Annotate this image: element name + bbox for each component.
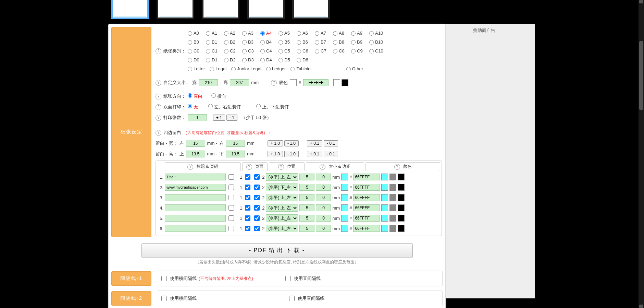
radio-D6[interactable] bbox=[297, 58, 301, 62]
radio-B4[interactable] bbox=[260, 40, 265, 45]
help-icon[interactable]: ? bbox=[156, 104, 161, 110]
radio-Tabloid[interactable] bbox=[290, 67, 295, 71]
radio-duplex-lr[interactable] bbox=[208, 104, 213, 108]
radio-A2[interactable] bbox=[224, 31, 228, 36]
input-bg-hex[interactable] bbox=[303, 79, 329, 86]
radio-A1[interactable] bbox=[206, 31, 210, 36]
chk-title-extra[interactable] bbox=[228, 215, 234, 221]
template-thumb[interactable] bbox=[292, 0, 330, 19]
swatch-preset-cyan[interactable] bbox=[381, 194, 388, 201]
input-size[interactable] bbox=[299, 215, 314, 222]
radio-D2[interactable] bbox=[224, 58, 228, 62]
radio-B3[interactable] bbox=[242, 40, 247, 45]
chk-page1[interactable] bbox=[245, 195, 250, 200]
scroll-up-icon[interactable] bbox=[639, 0, 643, 3]
swatch-preset-cyan[interactable] bbox=[381, 184, 388, 191]
swatch-preset-black[interactable] bbox=[398, 215, 405, 222]
swatch-preset-black[interactable] bbox=[398, 194, 405, 201]
swatch-bg[interactable] bbox=[290, 79, 297, 86]
swatch-color[interactable] bbox=[341, 225, 348, 232]
radio-other[interactable] bbox=[346, 67, 351, 71]
help-icon[interactable]: ? bbox=[320, 164, 325, 170]
radio-D5[interactable] bbox=[278, 58, 283, 62]
btn-copies-minus[interactable]: - 1 bbox=[226, 115, 237, 121]
input-size[interactable] bbox=[299, 204, 314, 211]
input-margin-top[interactable] bbox=[186, 151, 205, 157]
btn-copies-plus[interactable]: + 1 bbox=[213, 115, 225, 121]
chk-page1[interactable] bbox=[245, 215, 250, 221]
input-offset[interactable] bbox=[316, 225, 331, 232]
input-color-hex[interactable] bbox=[353, 184, 380, 191]
chk-page2[interactable] bbox=[254, 185, 260, 190]
select-position[interactable]: (水平) 上_左 bbox=[266, 214, 298, 222]
radio-C3[interactable] bbox=[242, 49, 247, 54]
radio-C6[interactable] bbox=[297, 49, 301, 54]
download-pdf-button[interactable]: - PDF 输 出 下 载 - bbox=[141, 243, 413, 258]
input-color-hex[interactable] bbox=[353, 194, 380, 201]
swatch-color[interactable] bbox=[341, 215, 348, 222]
radio-B8[interactable] bbox=[333, 40, 337, 45]
input-margin-right[interactable] bbox=[226, 140, 245, 147]
radio-C1[interactable] bbox=[206, 49, 210, 54]
input-title[interactable] bbox=[165, 194, 226, 201]
swatch-preset-gray[interactable] bbox=[389, 174, 396, 180]
tab-separator-2[interactable]: 间隔线-2 bbox=[111, 291, 151, 306]
swatch-preset-cyan[interactable] bbox=[381, 215, 388, 222]
btn-mh-m01[interactable]: - 0.1 bbox=[324, 151, 338, 157]
page-scrollbar[interactable] bbox=[639, 0, 644, 308]
swatch-preset-gray[interactable] bbox=[389, 184, 396, 191]
scroll-down-icon[interactable] bbox=[639, 305, 643, 308]
swatch-preset-cyan[interactable] bbox=[381, 174, 388, 180]
swatch-color[interactable] bbox=[341, 194, 348, 201]
swatch-preset-gray[interactable] bbox=[389, 225, 396, 232]
radio-portrait[interactable] bbox=[188, 93, 192, 98]
swatch-preset-gray[interactable] bbox=[389, 215, 396, 222]
radio-duplex-tb[interactable] bbox=[256, 104, 261, 108]
radio-D4[interactable] bbox=[260, 58, 265, 62]
chk-page2[interactable] bbox=[254, 226, 260, 231]
chk-page1[interactable] bbox=[245, 226, 250, 231]
swatch-preset-black[interactable] bbox=[398, 204, 405, 211]
help-icon[interactable]: ? bbox=[156, 80, 161, 86]
radio-A0[interactable] bbox=[188, 31, 192, 36]
radio-D3[interactable] bbox=[242, 58, 247, 62]
btn-mw-p1[interactable]: + 1.0 bbox=[268, 140, 283, 146]
radio-A7[interactable] bbox=[315, 31, 319, 36]
swatch-preset-black[interactable] bbox=[398, 225, 405, 232]
input-title[interactable] bbox=[165, 225, 226, 232]
radio-A3[interactable] bbox=[242, 31, 247, 36]
input-title[interactable] bbox=[165, 174, 226, 180]
radio-Letter[interactable] bbox=[188, 67, 192, 71]
radio-C9[interactable] bbox=[351, 49, 356, 54]
btn-mh-p1[interactable]: + 1.0 bbox=[268, 151, 283, 157]
help-icon[interactable]: ? bbox=[246, 164, 252, 170]
help-icon[interactable]: ? bbox=[156, 130, 161, 136]
radio-A4[interactable] bbox=[260, 31, 265, 36]
radio-landscape[interactable] bbox=[211, 93, 216, 98]
radio-D0[interactable] bbox=[188, 58, 192, 62]
swatch-preset-black[interactable] bbox=[398, 184, 405, 191]
radio-B7[interactable] bbox=[315, 40, 319, 45]
radio-C4[interactable] bbox=[260, 49, 265, 54]
radio-C5[interactable] bbox=[278, 49, 283, 54]
radio-B6[interactable] bbox=[297, 40, 301, 45]
swatch-color[interactable] bbox=[341, 184, 348, 191]
input-title[interactable] bbox=[165, 215, 226, 222]
radio-B0[interactable] bbox=[188, 40, 192, 45]
input-offset[interactable] bbox=[316, 215, 331, 222]
input-color-hex[interactable] bbox=[353, 225, 380, 232]
scroll-thumb[interactable] bbox=[639, 41, 643, 110]
chk-page1[interactable] bbox=[245, 205, 250, 211]
template-thumb[interactable] bbox=[247, 0, 285, 19]
radio-C7[interactable] bbox=[315, 49, 319, 54]
input-offset[interactable] bbox=[316, 194, 331, 201]
radio-A9[interactable] bbox=[351, 31, 356, 36]
input-size[interactable] bbox=[299, 184, 314, 191]
swatch-preset-cyan[interactable] bbox=[381, 225, 388, 232]
help-icon[interactable]: ? bbox=[156, 115, 161, 121]
chk-v-sep-1[interactable] bbox=[285, 276, 291, 281]
swatch-white[interactable] bbox=[333, 79, 340, 86]
swatch-color[interactable] bbox=[341, 174, 348, 180]
radio-C10[interactable] bbox=[369, 49, 374, 54]
select-position[interactable]: (水平) 上_左 bbox=[266, 194, 298, 201]
